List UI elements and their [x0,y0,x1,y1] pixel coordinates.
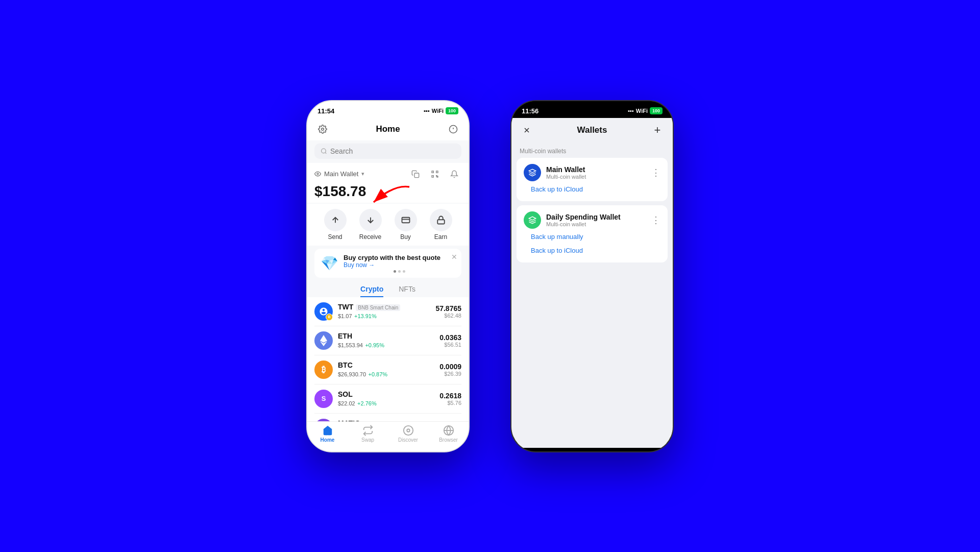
wifi-icon: WiFi [432,108,444,114]
send-button[interactable]: Send [324,209,347,241]
crypto-bal-sol: 0.2618 [439,392,461,400]
list-item-matic[interactable]: M MATIC $0.84 +1.02% 5.8417 $4.91 [314,414,461,421]
wallet-name: Main Wallet [324,170,358,178]
page-title: Home [376,124,400,134]
list-item-sol[interactable]: S SOL $22.02 +2.76% 0.2618 $5.76 [314,385,461,414]
daily-wallet-backup-manual[interactable]: Back up manually [524,229,660,243]
send-label: Send [328,233,342,241]
copy-button[interactable] [408,167,423,181]
home-icon [322,425,333,436]
nav-swap-label: Swap [361,437,374,443]
crypto-usd-sol: $5.76 [439,400,461,406]
daily-wallet-name: Daily Spending Wallet [546,213,646,221]
crypto-bal-btc: 0.0009 [439,363,461,371]
nav-home[interactable]: Home [307,425,348,443]
right-phone: 11:56 ▪▪▪ WiFi 100 Wallets + Multi-coin … [510,100,674,452]
tab-crypto[interactable]: Crypto [360,285,383,297]
crypto-nft-tabs: Crypto NFTs [307,281,469,297]
action-row: Send Receive Buy [307,204,469,246]
main-wallet-icon [524,164,541,181]
svg-rect-4 [414,173,419,178]
home-screen: Home Main Wallet ▾ [307,118,469,448]
earn-label: Earn [434,233,447,241]
discover-icon [403,425,414,436]
crypto-bal-twt: 57.8765 [435,304,461,313]
buy-button[interactable]: Buy [395,209,417,241]
crypto-usd-btc: $26.39 [439,371,461,377]
bottom-nav: Home Swap Discover Browser [307,421,469,448]
lock-icon-button[interactable] [446,122,460,136]
dropdown-icon[interactable]: ▾ [361,171,364,177]
search-icon [321,148,327,155]
svg-rect-9 [437,220,445,224]
settings-button[interactable] [315,122,330,136]
list-item-eth[interactable]: ETH $1,553.94 +0.95% 0.0363 $56.51 [314,326,461,355]
main-wallet-menu-button[interactable]: ⋮ [651,167,660,178]
receive-button[interactable]: Receive [359,209,382,241]
wifi-icon-right: WiFi [636,108,648,114]
wallet-balance: $158.78 [314,183,461,200]
scan-button[interactable] [428,167,442,181]
svg-rect-7 [402,217,409,223]
eye-icon [314,171,321,177]
nav-discover[interactable]: Discover [388,425,428,443]
time-right: 11:56 [522,107,538,115]
crypto-chain-twt: BNB Smart Chain [356,304,400,311]
promo-dot-1 [394,270,396,273]
promo-title: Buy crypto with the best quote [344,254,455,261]
signal-icon: ▪▪▪ [424,108,430,114]
browser-icon [443,425,454,436]
main-wallet-type: Multi-coin wallet [546,174,646,180]
nav-discover-label: Discover [398,437,418,443]
chain-badge-twt: B [326,314,333,321]
crypto-change-sol: +2.76% [357,400,377,406]
crypto-usd-eth: $56.51 [439,342,461,348]
crypto-usd-twt: $62.48 [435,313,461,319]
status-bar-left: 11:54 ▪▪▪ WiFi 100 [307,101,469,118]
svg-point-10 [403,425,412,435]
crypto-list: B TWT BNB Smart Chain $1.07 +13.91% 57.8… [307,297,469,421]
main-wallet-card[interactable]: Main Wallet Multi-coin wallet ⋮ Back up … [517,158,668,201]
promo-banner: 💎 Buy crypto with the best quote Buy now… [314,249,461,278]
time-left: 11:54 [317,107,334,115]
svg-point-3 [317,173,318,175]
daily-wallet-type: Multi-coin wallet [546,221,646,227]
bell-button[interactable] [447,167,461,181]
promo-close-button[interactable]: ✕ [451,253,457,261]
crypto-change-btc: +0.87% [369,371,388,377]
main-wallet-backup-icloud[interactable]: Back up to iCloud [524,181,660,195]
main-wallet-name: Main Wallet [546,165,646,174]
tab-nfts[interactable]: NFTs [399,285,415,297]
list-item-btc[interactable]: ₿ BTC $26,930.70 +0.87% 0.0009 $26.39 [314,355,461,385]
crypto-symbol-twt: TWT [338,303,353,311]
status-bar-right: 11:56 ▪▪▪ WiFi 100 [511,101,673,118]
svg-point-0 [322,128,324,130]
search-bar[interactable] [314,143,461,159]
nav-home-label: Home [321,437,335,443]
left-phone: 11:54 ▪▪▪ WiFi 100 Home [306,100,470,452]
close-button[interactable] [520,123,534,137]
crypto-price-btc: $26,930.70 [338,371,366,377]
crypto-symbol-btc: BTC [338,361,353,369]
nav-browser[interactable]: Browser [428,425,469,443]
buy-label: Buy [400,233,411,241]
crypto-symbol-sol: SOL [338,390,353,398]
crypto-price-sol: $22.02 [338,400,355,406]
promo-link[interactable]: Buy now → [344,261,455,269]
earn-button[interactable]: Earn [430,209,452,241]
list-item-twt[interactable]: B TWT BNB Smart Chain $1.07 +13.91% 57.8… [314,297,461,326]
search-input[interactable] [330,147,455,155]
wallets-title: Wallets [577,125,607,135]
receive-label: Receive [359,233,381,241]
daily-wallet-card[interactable]: Daily Spending Wallet Multi-coin wallet … [517,205,668,262]
nav-swap[interactable]: Swap [348,425,388,443]
promo-icon: 💎 [321,255,338,272]
svg-point-2 [322,149,326,153]
daily-wallet-backup-icloud[interactable]: Back up to iCloud [524,243,660,256]
crypto-price-twt: $1.07 [338,313,352,319]
wallets-section-label: Multi-coin wallets [511,142,673,158]
swap-icon [362,425,374,436]
daily-wallet-menu-button[interactable]: ⋮ [651,214,660,226]
add-wallet-button[interactable]: + [650,123,665,137]
top-nav: Home [307,118,469,140]
